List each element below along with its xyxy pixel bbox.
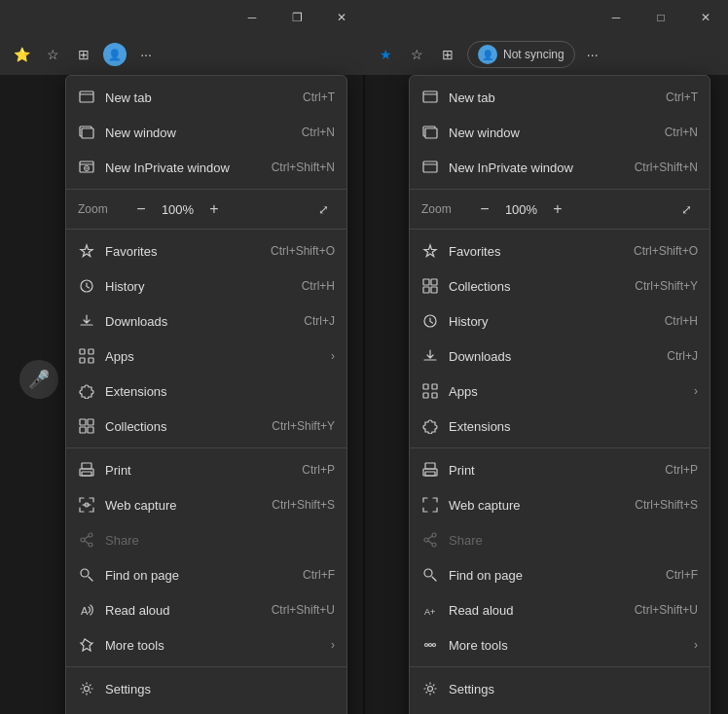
right-star-active-icon[interactable]: ★ [372, 41, 399, 68]
left-print-shortcut: Ctrl+P [302, 463, 335, 477]
right-titlebar-controls: ─ □ ✕ [594, 0, 728, 34]
svg-rect-16 [82, 472, 91, 476]
left-menu-help[interactable]: Help and feedback › [66, 706, 346, 714]
right-settings-label: Settings [449, 682, 698, 696]
left-minimize-button[interactable]: ─ [230, 0, 274, 34]
left-star-toolbar-icon[interactable]: ⭐ [8, 41, 35, 68]
right-downloads-icon [421, 347, 439, 365]
right-menu-read-aloud[interactable]: A+ Read aloud Ctrl+Shift+U [410, 592, 710, 627]
right-menu-apps[interactable]: Apps › [410, 374, 710, 409]
left-menu-print[interactable]: Print Ctrl+P [66, 452, 346, 487]
right-print-shortcut: Ctrl+P [665, 463, 698, 477]
right-browser-toolbar: ★ ☆ ⊞ 👤 Not syncing ··· [364, 34, 728, 75]
right-apps-icon [421, 382, 439, 400]
left-collections-icon[interactable]: ⊞ [70, 41, 97, 68]
left-menu-more-tools[interactable]: More tools › [66, 627, 346, 662]
left-read-aloud-shortcut: Ctrl+Shift+U [272, 603, 335, 617]
right-zoom-expand-button[interactable]: ⤢ [674, 197, 698, 221]
left-settings-icon [78, 680, 95, 697]
left-new-tab-icon [78, 89, 95, 106]
right-menu-extensions[interactable]: Extensions [410, 409, 710, 444]
right-maximize-button[interactable]: □ [638, 0, 683, 34]
left-collections-menu-icon [78, 417, 95, 435]
right-menu-new-tab[interactable]: New tab Ctrl+T [410, 80, 710, 115]
svg-text:A: A [81, 605, 89, 617]
left-menu-find[interactable]: Find on page Ctrl+F [66, 557, 346, 592]
left-zoom-in-button[interactable]: + [202, 197, 226, 221]
left-close-button[interactable]: ✕ [319, 0, 364, 34]
right-favorites-menu-icon [421, 242, 439, 260]
right-zoom-in-button[interactable]: + [546, 197, 569, 221]
right-apps-arrow: › [694, 384, 698, 398]
left-menu-apps[interactable]: Apps › [66, 339, 346, 374]
left-history-label: History [105, 279, 292, 294]
left-menu-new-window[interactable]: New window Ctrl+N [66, 115, 346, 150]
right-zoom-out-button[interactable]: − [473, 197, 496, 221]
left-menu-inprivate[interactable]: New InPrivate window Ctrl+Shift+N [66, 150, 346, 185]
left-share-icon [78, 531, 95, 549]
right-more-button[interactable]: ··· [579, 41, 606, 68]
right-close-button[interactable]: ✕ [683, 0, 728, 34]
right-menu-favorites[interactable]: Favorites Ctrl+Shift+O [410, 233, 710, 268]
right-collections-icon[interactable]: ⊞ [434, 41, 461, 68]
right-downloads-shortcut: Ctrl+J [667, 349, 698, 363]
left-menu-downloads[interactable]: Downloads Ctrl+J [66, 303, 346, 339]
right-share-icon [421, 531, 439, 549]
left-zoom-label: Zoom [78, 202, 122, 216]
right-menu-help[interactable]: Help and feedback › [410, 706, 710, 714]
right-menu-history[interactable]: History Ctrl+H [410, 303, 710, 339]
right-zoom-row: Zoom − 100% + ⤢ [410, 194, 710, 225]
right-print-label: Print [449, 463, 655, 478]
right-collections-label: Collections [449, 279, 625, 294]
right-dropdown-menu: New tab Ctrl+T New window Ctrl+N New InP… [409, 75, 710, 714]
left-favorites-icon[interactable]: ☆ [39, 41, 66, 68]
left-menu-share: Share [66, 522, 346, 557]
right-inprivate-icon [421, 159, 439, 176]
right-menu-find[interactable]: Find on page Ctrl+F [410, 557, 710, 592]
left-menu-favorites[interactable]: Favorites Ctrl+Shift+O [66, 233, 346, 268]
left-menu-read-aloud[interactable]: A Read aloud Ctrl+Shift+U [66, 592, 346, 627]
right-sync-button[interactable]: 👤 Not syncing [467, 41, 575, 68]
left-zoom-expand-button[interactable]: ⤢ [311, 197, 335, 221]
left-browser-toolbar: ⭐ ☆ ⊞ 👤 ··· [0, 34, 364, 75]
left-favorites-shortcut: Ctrl+Shift+O [271, 244, 335, 258]
svg-rect-33 [431, 287, 437, 293]
right-menu-settings[interactable]: Settings [410, 671, 710, 706]
right-menu-collections[interactable]: Collections Ctrl+Shift+Y [410, 268, 710, 303]
right-web-capture-label: Web capture [449, 498, 625, 513]
left-menu-web-capture[interactable]: Web capture Ctrl+Shift+S [66, 487, 346, 522]
left-menu-new-tab[interactable]: New tab Ctrl+T [66, 80, 346, 115]
microphone-icon[interactable]: 🎤 [19, 360, 58, 399]
right-zoom-value: 100% [504, 202, 538, 217]
left-zoom-out-button[interactable]: − [129, 197, 153, 221]
right-new-tab-icon [421, 89, 439, 106]
right-history-icon [421, 312, 439, 330]
right-menu-downloads[interactable]: Downloads Ctrl+J [410, 339, 710, 374]
left-restore-button[interactable]: ❐ [274, 0, 319, 34]
left-apps-icon [78, 347, 95, 365]
left-downloads-label: Downloads [105, 314, 294, 329]
left-apps-label: Apps [105, 349, 321, 364]
left-menu-extensions[interactable]: Extensions [66, 374, 346, 409]
left-menu-settings[interactable]: Settings [66, 671, 346, 706]
svg-rect-10 [80, 419, 86, 425]
right-menu-web-capture[interactable]: Web capture Ctrl+Shift+S [410, 487, 710, 522]
left-new-window-shortcut: Ctrl+N [302, 125, 335, 139]
left-separator-2 [66, 229, 346, 230]
right-menu-new-window[interactable]: New window Ctrl+N [410, 115, 710, 150]
left-print-label: Print [105, 463, 292, 478]
left-menu-collections[interactable]: Collections Ctrl+Shift+Y [66, 409, 346, 444]
left-new-window-icon [78, 124, 95, 141]
left-more-button[interactable]: ··· [132, 41, 160, 68]
left-web-capture-label: Web capture [105, 498, 262, 513]
left-apps-arrow: › [331, 349, 335, 363]
svg-rect-11 [88, 419, 93, 425]
left-profile-icon[interactable]: 👤 [101, 41, 128, 68]
right-minimize-button[interactable]: ─ [594, 0, 638, 34]
right-favorites-icon[interactable]: ☆ [403, 41, 430, 68]
left-menu-history[interactable]: History Ctrl+H [66, 268, 346, 303]
right-menu-more-tools[interactable]: More tools › [410, 627, 710, 662]
right-menu-inprivate[interactable]: New InPrivate window Ctrl+Shift+N [410, 150, 710, 185]
right-new-window-icon [421, 124, 439, 141]
right-menu-print[interactable]: Print Ctrl+P [410, 452, 710, 487]
